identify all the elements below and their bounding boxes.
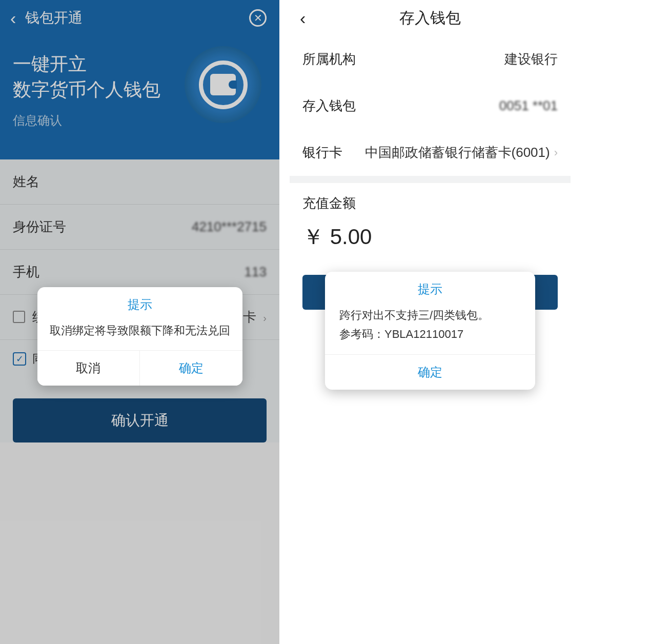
dialog-ok-button[interactable]: 确定 [325,354,535,390]
chevron-right-icon: › [554,146,558,159]
phone-right: ‹ 存入钱包 所属机构 建设银行 存入钱包 0051 **01 银行卡 中国邮政… [290,0,571,644]
checkbox-checked-icon[interactable]: ✓ [13,352,26,366]
hero-line1: 一键开立 [13,53,87,74]
dialog: 提示 取消绑定将导致限额下降和无法兑回 取消 确定 [37,287,242,386]
row-wallet[interactable]: 存入钱包 0051 **01 [290,83,571,129]
id-label: 身份证号 [13,218,66,236]
org-value: 建设银行 [504,50,558,68]
row-card[interactable]: 银行卡 中国邮政储蓄银行储蓄卡(6001) › [290,129,571,176]
dialog-buttons: 取消 确定 [37,350,242,386]
confirm-open-button[interactable]: 确认开通 [13,398,267,442]
row-id[interactable]: 身份证号 4210***2715 [0,205,279,250]
hero: 一键开立 数字货币个人钱包 信息确认 [0,36,279,159]
separator [290,176,571,183]
back-icon[interactable]: ‹ [10,8,16,28]
ref-code: YBLA12110017 [384,328,463,340]
phone-label: 手机 [13,263,39,281]
hero-line2: 数字货币个人钱包 [13,79,160,100]
header: ‹ 钱包开通 ✕ [0,0,279,36]
dialog-body: 跨行对出不支持三/四类钱包。 参考码：YBLA12110017 [325,303,535,354]
row-name[interactable]: 姓名 [0,159,279,205]
dialog-title: 提示 [37,287,242,318]
close-button[interactable]: ✕ [249,9,267,27]
amount-value[interactable]: ￥ 5.00 [290,217,571,264]
close-icon: ✕ [249,9,267,27]
org-label: 所属机构 [302,50,356,68]
row-org: 所属机构 建设银行 [290,36,571,83]
wallet-icon [185,46,261,123]
wallet-label: 存入钱包 [302,97,356,115]
back-icon[interactable]: ‹ [300,8,306,28]
amount-label: 充值金额 [290,183,571,217]
chevron-right-icon: › [263,312,267,324]
dialog-ok-button[interactable]: 确定 [140,351,242,386]
dialog-body: 取消绑定将导致限额下降和无法兑回 [37,318,242,350]
card-value: 中国邮政储蓄银行储蓄卡(6001) [365,144,550,162]
dialog-line1: 跨行对出不支持三/四类钱包。 [339,306,521,325]
phone-left: ‹ 钱包开通 ✕ 一键开立 数字货币个人钱包 信息确认 姓名 身份证号 4210… [0,0,279,644]
info-rows: 所属机构 建设银行 存入钱包 0051 **01 银行卡 中国邮政储蓄银行储蓄卡… [290,36,571,176]
id-value: 4210***2715 [192,219,267,235]
ref-code-prefix: 参考码： [339,328,384,340]
gap [279,0,290,644]
dialog-cancel-button[interactable]: 取消 [37,351,140,386]
page-title: 存入钱包 [399,8,461,29]
checkbox-empty-icon[interactable] [13,311,25,323]
name-label: 姓名 [13,173,39,191]
page-title: 钱包开通 [25,8,83,28]
dialog-title: 提示 [325,272,535,303]
bind-value: 卡 › [243,308,267,326]
dialog-line2: 参考码：YBLA12110017 [339,325,521,344]
card-label: 银行卡 [302,144,342,162]
phone-value: 113 [245,264,267,280]
card-value-wrap: 中国邮政储蓄银行储蓄卡(6001) › [365,144,558,162]
wallet-value: 0051 **01 [499,98,558,114]
header: ‹ 存入钱包 [290,0,571,36]
bind-value-text: 卡 [243,309,256,325]
dialog: 提示 跨行对出不支持三/四类钱包。 参考码：YBLA12110017 确定 [325,272,535,390]
